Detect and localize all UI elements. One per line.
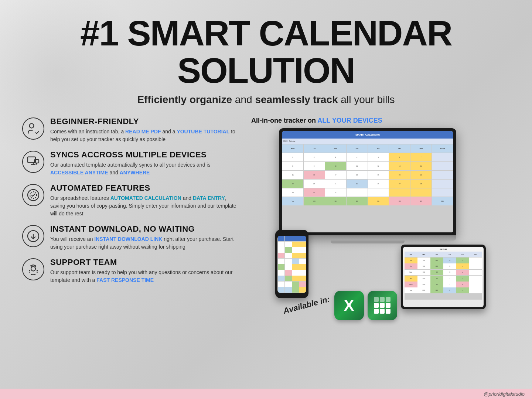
title-line1: #1 SMART CALENDAR (80, 13, 452, 53)
feature-download-desc: You will receive an INSTANT DOWNLOAD LIN… (50, 235, 236, 251)
phone-notch (286, 232, 297, 235)
feature-automated: AUTOMATED FEATURES Our spreadsheet featu… (22, 183, 236, 218)
subtitle-part4: all your bills (338, 94, 395, 105)
sheets-app-icon (368, 291, 397, 320)
footer-handle: @prioridigitalstudio (484, 391, 525, 397)
devices-container: SMART CALENDAR 2023 October MON TUE (272, 128, 486, 320)
laptop-screen-inner: SMART CALENDAR 2023 October MON TUE (282, 131, 453, 232)
tablet-title: SETUP (405, 248, 482, 250)
subtitle: Efficiently organize and seamlessly trac… (37, 94, 495, 106)
feature-beginner-content: BEGINNER-FRIENDLY Comes with an instruct… (50, 117, 236, 143)
feature-automated-content: AUTOMATED FEATURES Our spreadsheet featu… (50, 183, 236, 218)
phone-mockup (275, 230, 308, 298)
phone-body (275, 230, 308, 298)
footer-bar: @prioridigitalstudio (0, 389, 532, 399)
feature-syncs-desc: Our automated template automatically syn… (50, 161, 236, 177)
feature-automated-title: AUTOMATED FEATURES (50, 183, 236, 193)
tablet-grid: ITEM DATE AMT CAT STAT NOTE Rent 1/10 $8… (405, 252, 482, 300)
feature-support: SUPPORT TEAM Our support team is ready t… (22, 258, 236, 284)
devices-icon (22, 151, 44, 173)
tablet-body: SETUP ITEM DATE AMT CAT STAT NOTE Rent (401, 245, 486, 309)
tablet-mockup: SETUP ITEM DATE AMT CAT STAT NOTE Rent (401, 245, 486, 309)
ss-subheader: 2023 October (282, 139, 453, 144)
automated-svg-icon (27, 188, 40, 202)
main-container: #1 SMART CALENDAR SOLUTION Efficiently o… (0, 0, 532, 399)
header-section: #1 SMART CALENDAR SOLUTION Efficiently o… (0, 0, 532, 113)
laptop-screen: SMART CALENDAR 2023 October MON TUE (279, 128, 456, 235)
feature-download-title: INSTANT DOWNLOAD, NO WAITING (50, 224, 236, 234)
ss-grid: MON TUE WED THU FRI SAT SUN NOTES 1 (282, 144, 453, 232)
svg-point-0 (30, 123, 34, 128)
available-text: Available in: (282, 294, 331, 316)
phone-screen (277, 236, 306, 293)
syncs-svg-icon (27, 155, 40, 168)
person-check-icon (22, 117, 44, 140)
main-title: #1 SMART CALENDAR SOLUTION (37, 15, 495, 89)
feature-beginner-desc: Comes with an instruction tab, a READ ME… (50, 128, 236, 143)
sheets-grid (374, 297, 391, 314)
feature-syncs: SYNCS ACCROSS MULTIPLE DEVICES Our autom… (22, 150, 236, 177)
tablet-inner: SETUP ITEM DATE AMT CAT STAT NOTE Rent (403, 247, 484, 301)
support-svg-icon (27, 263, 40, 276)
ss-title: SMART CALENDAR (283, 133, 452, 136)
spreadsheet-sim: SMART CALENDAR 2023 October MON TUE (282, 131, 453, 232)
checkmark-circle-icon (22, 184, 44, 206)
excel-app-icon: X (334, 291, 364, 320)
features-right: All-in-one tracker on ALL YOUR DEVICES S… (244, 117, 510, 381)
download-svg-icon (27, 229, 40, 243)
laptop-stand (331, 241, 405, 243)
feature-download-content: INSTANT DOWNLOAD, NO WAITING You will re… (50, 224, 236, 251)
feature-beginner: BEGINNER-FRIENDLY Comes with an instruct… (22, 117, 236, 143)
feature-support-content: SUPPORT TEAM Our support team is ready t… (50, 258, 236, 284)
ss-header: SMART CALENDAR (282, 131, 453, 139)
feature-automated-desc: Our spreadsheet features AUTOMATED CALCU… (50, 194, 236, 218)
beginner-svg-icon (27, 122, 40, 135)
content-section: BEGINNER-FRIENDLY Comes with an instruct… (0, 113, 532, 389)
subtitle-part2: and (232, 94, 255, 105)
download-icon (22, 225, 44, 247)
features-left: BEGINNER-FRIENDLY Comes with an instruct… (22, 117, 236, 381)
feature-syncs-content: SYNCS ACCROSS MULTIPLE DEVICES Our autom… (50, 150, 236, 177)
feature-download: INSTANT DOWNLOAD, NO WAITING You will re… (22, 224, 236, 251)
svg-point-6 (31, 266, 35, 271)
laptop-mockup: SMART CALENDAR 2023 October MON TUE (279, 128, 456, 246)
feature-syncs-title: SYNCS ACCROSS MULTIPLE DEVICES (50, 150, 236, 160)
title-line2: SOLUTION (177, 51, 355, 90)
subtitle-part3: seamlessly track (255, 94, 338, 105)
subtitle-part1: Efficiently organize (137, 94, 232, 105)
available-section: Available in: X (283, 291, 397, 320)
feature-support-title: SUPPORT TEAM (50, 258, 236, 267)
phone-ss-grid (277, 236, 306, 293)
feature-support-desc: Our support team is ready to help you wi… (50, 269, 236, 284)
devices-label: All-in-one tracker on ALL YOUR DEVICES (251, 117, 382, 125)
excel-x-letter: X (344, 297, 354, 314)
feature-beginner-title: BEGINNER-FRIENDLY (50, 117, 236, 126)
tablet-screen: SETUP ITEM DATE AMT CAT STAT NOTE Rent (403, 247, 484, 307)
bug-icon (22, 258, 44, 280)
